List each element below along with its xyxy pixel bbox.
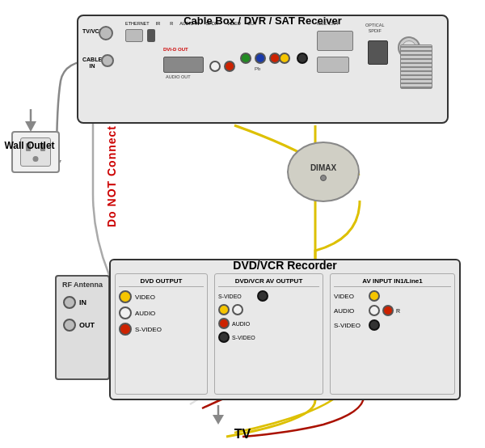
- av-out-svideo-top: S-VIDEO: [218, 290, 319, 302]
- av-in-r-label: R: [396, 308, 400, 314]
- tv-label: TV: [234, 427, 251, 442]
- optical-spdif-port: [368, 40, 388, 65]
- rf-out-jack: [63, 319, 76, 332]
- av-red-jack: [218, 318, 230, 329]
- dimax-label: DIMAX: [310, 163, 336, 172]
- av-svideo-bottom-label: S-VIDEO: [232, 335, 255, 340]
- cable-in-connector: [101, 54, 114, 67]
- audio-rca-jacks: [209, 61, 235, 72]
- pb-label: Pb: [255, 66, 260, 71]
- port-labels: ETHERNET IR R AUDIO IN SPDIF VIDEO OUT: [125, 21, 257, 26]
- white-rca: [209, 61, 221, 72]
- dvd-output-section: DVD OUTPUT VIDEO AUDIO S-VIDEO: [115, 273, 208, 395]
- ethernet-port: [125, 29, 143, 42]
- av-in-audio-jack-r: [382, 305, 394, 316]
- av-audio-label: AUDIO: [232, 321, 250, 327]
- wall-outlet: [11, 131, 60, 173]
- dvd-svideo-row: S-VIDEO: [119, 323, 204, 336]
- rf-out-text: OUT: [79, 321, 95, 329]
- dvd-audio-row: AUDIO: [119, 306, 204, 319]
- component-jacks: [240, 53, 280, 64]
- svg-marker-4: [213, 415, 224, 425]
- ethernet-label: ETHERNET: [125, 21, 150, 26]
- blue-rca: [255, 53, 266, 64]
- dimax-device: DIMAX: [287, 142, 360, 202]
- ieee-1394-port2: [317, 57, 349, 73]
- av-out-audio-row: AUDIO: [218, 318, 319, 329]
- r-label: R: [170, 21, 173, 26]
- cable-in-label: CABLEIN: [82, 57, 102, 70]
- optical-spdif-label: OPTICALSPDIF: [365, 23, 385, 33]
- dvd-svideo-jack: [119, 323, 132, 336]
- av-svideo-top-jack: [257, 290, 268, 302]
- av-in-video-row: VIDEO: [334, 290, 451, 302]
- wall-outlet-label: Wall Outlet: [0, 140, 59, 151]
- av-in-video-jack: [369, 290, 380, 302]
- red-rca-l: [224, 61, 235, 72]
- video-in-label: VIDEO: [227, 21, 241, 26]
- av-in-svideo-label: S-VIDEO: [334, 322, 366, 329]
- dvd-svideo-label: S-VIDEO: [135, 326, 162, 333]
- av-out-video-row: [218, 304, 319, 315]
- dvd-vcr-box: DVD/VCR Recorder DVD OUTPUT VIDEO AUDIO …: [109, 259, 461, 400]
- rf-in-text: IN: [79, 298, 86, 306]
- dvdvcr-av-output-section: DVD/VCR AV OUTPUT S-VIDEO AUDIO S-VIDEO: [214, 273, 323, 395]
- svg-marker-2: [25, 121, 36, 132]
- dvd-vcr-title: DVD/VCR Recorder: [233, 259, 336, 272]
- spdif-label: SPDIF: [206, 21, 219, 26]
- av-in-svideo-jack: [369, 319, 380, 331]
- rf-out-connector: OUT: [63, 319, 95, 332]
- av-in-audio-row: AUDIO R: [334, 305, 451, 316]
- dvd-audio-jack: [119, 306, 132, 319]
- do-not-connect-label: Do NOT Connect: [105, 125, 118, 227]
- rf-in-jack: [63, 296, 76, 309]
- audio-out-label: AUDIO OUT: [166, 74, 191, 79]
- ieee-1394-label: IEEE 1394: [317, 21, 338, 26]
- green-rca: [240, 53, 251, 64]
- av-video-jack: [218, 304, 230, 315]
- av-input-section: AV INPUT IN1/Line1 VIDEO AUDIO R S-VIDEO: [330, 273, 455, 395]
- rf-antenna-box: RF Antenna IN OUT: [55, 275, 110, 380]
- dvi-d-port: [163, 57, 204, 73]
- tv-vcr-connector: [99, 26, 113, 40]
- dvd-video-label: VIDEO: [135, 294, 155, 301]
- ieee-1394-port: [317, 31, 353, 51]
- dvi-d-out-label: DVI-D OUT: [163, 47, 188, 52]
- tv-arrow-svg: [202, 405, 234, 425]
- diagram-container: Cable Box / DVR / SAT Receiver TV/VCR CA…: [0, 0, 485, 448]
- dvd-audio-label: AUDIO: [135, 310, 155, 317]
- rf-antenna-label: RF Antenna: [62, 281, 103, 290]
- av-in-audio-jack-w: [369, 305, 380, 316]
- av-svideo-bottom-jack: [218, 332, 230, 343]
- audio-in-label: AUDIO IN: [179, 21, 199, 26]
- outlet-round: [33, 156, 39, 162]
- cable-box: Cable Box / DVR / SAT Receiver TV/VCR CA…: [77, 15, 449, 124]
- rf-in-connector: IN: [63, 296, 86, 309]
- ir-label: IR: [156, 21, 161, 26]
- out-label: OUT: [247, 21, 257, 26]
- rf-connectors: IN OUT: [57, 296, 108, 332]
- dimax-connector: [320, 175, 327, 181]
- svideo-jack-cablebox: [297, 53, 308, 64]
- av-in-audio-label: AUDIO: [334, 307, 366, 315]
- yellow-video-rca: [279, 53, 290, 64]
- av-svideo-top-label: S-VIDEO: [218, 294, 255, 299]
- av-input-title: AV INPUT IN1/Line1: [334, 277, 451, 287]
- fan-grill: [400, 44, 432, 89]
- ir-port: [147, 29, 155, 42]
- dvd-video-jack: [119, 290, 132, 303]
- dvd-output-title: DVD OUTPUT: [119, 277, 204, 287]
- dvd-video-row: VIDEO: [119, 290, 204, 303]
- av-out-svideo-bottom: S-VIDEO: [218, 332, 319, 343]
- av-in-svideo-row: S-VIDEO: [334, 319, 451, 331]
- av-in-video-label: VIDEO: [334, 293, 366, 300]
- av-white-jack: [232, 304, 243, 315]
- dvdvcr-av-output-title: DVD/VCR AV OUTPUT: [218, 277, 319, 287]
- arrow-svg: [15, 109, 47, 133]
